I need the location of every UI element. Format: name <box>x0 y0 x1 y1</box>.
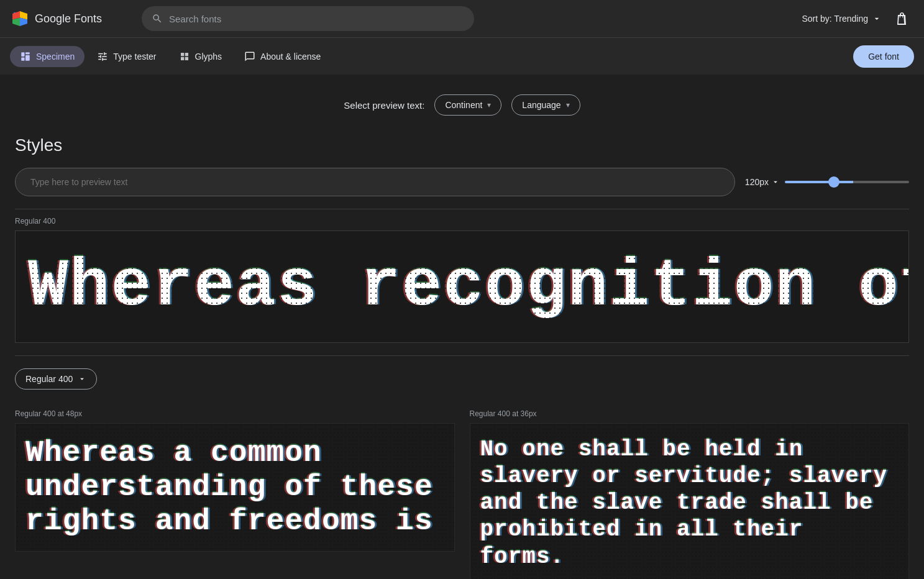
preview-bar: 120px <box>15 168 909 196</box>
right-preview-text: No one shall be held in slavery or servi… <box>480 436 899 570</box>
svg-rect-4 <box>21 52 24 57</box>
size-slider-wrap <box>785 181 909 183</box>
divider-bottom <box>15 355 909 356</box>
chevron-down-icon <box>872 14 882 24</box>
styles-heading: Styles <box>15 135 909 155</box>
search-bar[interactable] <box>142 6 474 31</box>
select-preview-label: Select preview text: <box>344 100 424 111</box>
language-label: Language <box>522 100 560 110</box>
style-dropdown-button[interactable]: Regular 400 <box>15 368 97 390</box>
search-icon <box>152 13 163 24</box>
continent-dropdown[interactable]: Continent ▾ <box>434 94 501 116</box>
app-title: Google Fonts <box>35 12 102 25</box>
main-content: Select preview text: Continent ▾ Languag… <box>0 75 924 579</box>
search-input[interactable] <box>169 14 464 24</box>
styles-section: Styles 120px Regular 400 <box>15 135 909 579</box>
left-preview-label: Regular 400 at 48px <box>15 409 455 418</box>
left-preview-col: Regular 400 at 48px Whereas a common und… <box>15 409 455 579</box>
preview-text-input[interactable] <box>15 168 735 196</box>
right-preview-box[interactable]: No one shall be held in slavery or servi… <box>470 423 910 579</box>
right-preview-col: Regular 400 at 36px No one shall be held… <box>470 409 910 579</box>
size-chevron-icon <box>771 178 780 186</box>
logo-area: Google Fonts <box>10 9 134 29</box>
type-tester-icon <box>97 51 108 62</box>
language-dropdown[interactable]: Language ▾ <box>511 94 580 116</box>
large-font-preview[interactable]: Whereas recognition of the inher <box>15 230 909 343</box>
right-preview-label: Regular 400 at 36px <box>470 409 910 418</box>
style-dropdown-label: Regular 400 <box>25 374 73 384</box>
left-preview-text: Whereas a common understanding of these … <box>25 436 444 539</box>
size-slider[interactable] <box>785 181 909 183</box>
tab-glyphs-label: Glyphs <box>195 52 222 62</box>
get-font-button[interactable]: Get font <box>853 45 914 68</box>
style-selector-row: Regular 400 <box>15 368 909 390</box>
font-style-label: Regular 400 <box>15 217 909 226</box>
top-nav: Google Fonts Sort by: Trending <box>0 0 924 37</box>
svg-rect-7 <box>25 55 30 60</box>
tab-type-tester-label: Type tester <box>113 52 156 62</box>
continent-chevron-icon: ▾ <box>487 101 491 109</box>
left-preview-box[interactable]: Whereas a common understanding of these … <box>15 423 455 552</box>
bottom-preview-row: Regular 400 at 48px Whereas a common und… <box>15 409 909 579</box>
svg-rect-5 <box>21 57 24 60</box>
continent-label: Continent <box>445 100 482 110</box>
select-preview-row: Select preview text: Continent ▾ Languag… <box>15 89 909 116</box>
sort-by-label: Sort by: Trending <box>802 14 868 24</box>
language-chevron-icon: ▾ <box>566 101 570 109</box>
tab-about-label: About & license <box>260 52 321 62</box>
about-icon <box>244 51 255 62</box>
glyphs-icon <box>179 51 190 62</box>
shopping-bag-icon <box>894 11 909 26</box>
large-preview-text: Whereas recognition of the inher <box>28 250 896 324</box>
size-control: 120px <box>745 177 909 187</box>
tab-specimen[interactable]: Specimen <box>10 46 85 67</box>
svg-rect-6 <box>25 52 30 54</box>
google-logo-icon <box>10 9 30 29</box>
tab-specimen-label: Specimen <box>36 52 75 62</box>
tabs-nav: Specimen Type tester Glyphs About & lice… <box>0 37 924 75</box>
specimen-icon <box>20 51 31 62</box>
tab-glyphs[interactable]: Glyphs <box>169 46 232 67</box>
preview-input-wrap <box>15 168 735 196</box>
tab-type-tester[interactable]: Type tester <box>87 46 166 67</box>
style-chevron-icon <box>78 375 86 383</box>
tab-about[interactable]: About & license <box>234 46 331 67</box>
size-value: 120px <box>745 177 780 187</box>
cart-button[interactable] <box>889 6 914 31</box>
sort-by-dropdown[interactable]: Sort by: Trending <box>802 14 882 24</box>
divider-top <box>15 209 909 209</box>
